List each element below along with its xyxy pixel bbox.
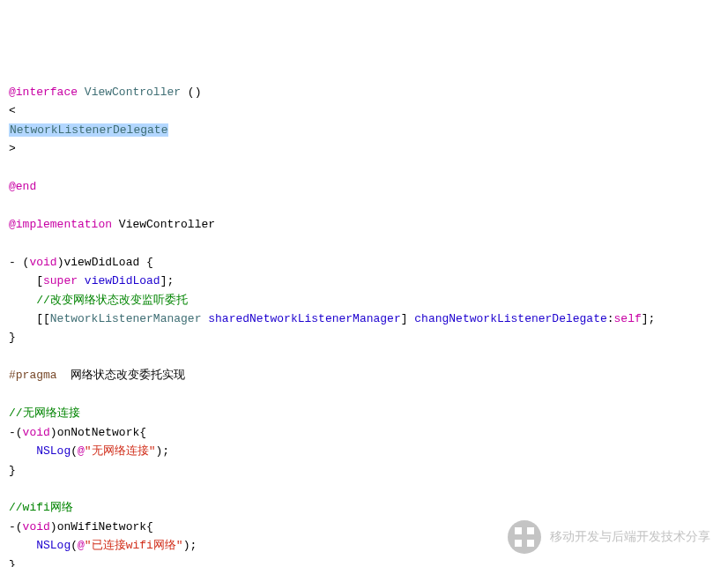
comment-no-network: //无网络连接 (9, 407, 80, 420)
type-viewcontroller: ViewController (85, 86, 181, 99)
keyword-super: super (43, 274, 78, 287)
comment-wifi: //wifi网络 (9, 501, 73, 514)
comment-line: //改变网络状态改变监听委托 (9, 294, 188, 307)
rbrace: } (9, 331, 16, 344)
pragma-text: 网络状态改变委托实现 (57, 369, 186, 382)
keyword-implementation: @implementation (9, 218, 112, 231)
type-manager: NetworkListenerManager (50, 312, 202, 325)
parens: () (188, 86, 202, 99)
highlighted-delegate[interactable]: NetworkListenerDelegate (9, 123, 168, 137)
keyword-self: self (614, 312, 642, 325)
string-wifi: "已连接wifi网络" (85, 539, 183, 552)
qr-icon (508, 520, 541, 554)
keyword-void: void (29, 256, 56, 269)
keyword-end: @end (9, 180, 36, 193)
string-no-network: "无网络连接" (85, 444, 156, 458)
code-block[interactable]: @interface ViewController () < NetworkLi… (9, 83, 719, 567)
keyword-interface: @interface (9, 86, 78, 99)
method-shared: sharedNetworkListenerManager (208, 312, 400, 325)
method-call-viewdidload: viewDidLoad (85, 274, 160, 287)
watermark: 移动开发与后端开发技术分享 (508, 520, 710, 554)
method-viewdidload: viewDidLoad (63, 256, 139, 269)
impl-class: ViewController (119, 218, 215, 231)
method-onwifinetwork: onWifiNetwork (57, 520, 146, 533)
nslog-call: NSLog (36, 444, 71, 458)
method-onnotnetwork: onNotNetwork (57, 426, 140, 439)
angle-lt: < (9, 104, 16, 117)
angle-gt: > (9, 142, 16, 155)
method-chang-delegate: changNetworkListenerDelegate (414, 312, 606, 325)
dash: - (9, 256, 23, 269)
pragma-directive: #pragma (9, 369, 57, 382)
watermark-text: 移动开发与后端开发技术分享 (550, 526, 710, 547)
